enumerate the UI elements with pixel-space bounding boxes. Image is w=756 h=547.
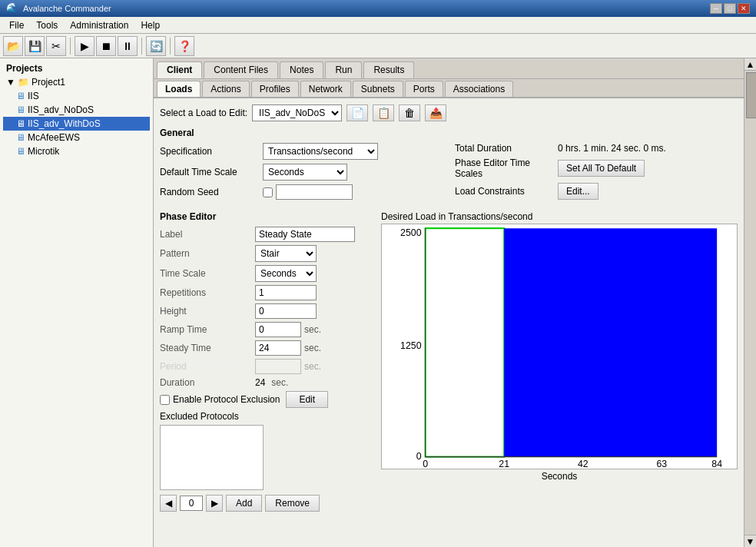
chart-container: 2500 1250 0 bbox=[381, 224, 738, 469]
close-button[interactable]: ✕ bbox=[738, 3, 750, 14]
general-heading: General bbox=[160, 128, 738, 138]
pe-pattern-select[interactable]: Stair bbox=[255, 245, 317, 262]
load-new-btn[interactable]: 📄 bbox=[346, 104, 368, 121]
phase-time-scales-row: Phase Editor Time Scales Set All To Defa… bbox=[455, 157, 738, 179]
pe-duration-value: 24 bbox=[255, 377, 265, 388]
load-constraints-btn[interactable]: Edit... bbox=[558, 183, 598, 200]
pe-steady-row: Steady Time 24 sec. bbox=[160, 340, 375, 356]
loads-panel: Select a Load to Edit: IIS_adv_NoDoS 📄 📋… bbox=[154, 98, 744, 542]
toolbar-help[interactable]: ❓ bbox=[174, 36, 194, 56]
monitor-icon-nodos: 🖥 bbox=[16, 104, 25, 115]
phase-editor-title: Phase Editor bbox=[160, 211, 375, 222]
enable-protocol-checkbox[interactable] bbox=[160, 395, 170, 405]
inner-tab-profiles[interactable]: Profiles bbox=[251, 81, 299, 97]
outer-tab-strip: Client Content Files Notes Run Results bbox=[154, 58, 744, 79]
pe-steady-input[interactable]: 24 bbox=[255, 340, 301, 356]
pe-ramp-label: Ramp Time bbox=[160, 324, 252, 335]
inner-tab-loads[interactable]: Loads bbox=[157, 81, 201, 97]
pe-timescale-select[interactable]: Seconds bbox=[255, 265, 317, 282]
set-all-default-btn[interactable]: Set All To Default bbox=[558, 160, 645, 177]
pe-timescale-row: Time Scale Seconds bbox=[160, 265, 375, 282]
inner-tab-associations[interactable]: Associations bbox=[445, 81, 513, 97]
tree-project1[interactable]: ▼ 📁 Project1 bbox=[3, 75, 150, 89]
bottom-section: Phase Editor Label Steady State Pattern … bbox=[160, 211, 738, 542]
tree-iis-nodos[interactable]: 🖥 IIS_adv_NoDoS bbox=[3, 103, 150, 117]
toolbar-cut[interactable]: ✂ bbox=[46, 36, 66, 56]
spec-row: Specification Transactions/second bbox=[160, 143, 443, 160]
tab-notes[interactable]: Notes bbox=[280, 61, 323, 78]
menu-help[interactable]: Help bbox=[134, 18, 166, 32]
toolbar-stop[interactable]: ⏹ bbox=[96, 36, 116, 56]
default-timescale-select[interactable]: Seconds bbox=[263, 164, 347, 181]
pe-duration-row: Duration 24 sec. bbox=[160, 377, 375, 388]
toolbar: 📂 💾 ✂ ▶ ⏹ ⏸ 🔄 ❓ bbox=[0, 34, 756, 58]
default-timescale-label: Default Time Scale bbox=[160, 167, 260, 177]
inner-tab-strip: Loads Actions Profiles Network Subnets P… bbox=[154, 79, 744, 98]
pe-height-input[interactable]: 0 bbox=[255, 303, 317, 319]
tab-results[interactable]: Results bbox=[363, 61, 414, 78]
pe-repetitions-input[interactable]: 1 bbox=[255, 285, 317, 300]
minimize-button[interactable]: ─ bbox=[710, 3, 722, 14]
random-seed-row: Random Seed bbox=[160, 184, 443, 200]
phase-time-scales-label: Phase Editor Time Scales bbox=[455, 157, 555, 179]
toolbar-save[interactable]: 💾 bbox=[25, 36, 45, 56]
inner-tab-network[interactable]: Network bbox=[300, 81, 351, 97]
general-section: Specification Transactions/second Defaul… bbox=[160, 143, 738, 204]
toolbar-open[interactable]: 📂 bbox=[3, 36, 23, 56]
x-axis-label: Seconds bbox=[381, 471, 738, 482]
tab-client[interactable]: Client bbox=[157, 61, 202, 78]
maximize-button[interactable]: □ bbox=[724, 3, 736, 14]
scroll-thumb[interactable] bbox=[746, 72, 756, 118]
vertical-scrollbar[interactable]: ▲ ▼ bbox=[744, 58, 756, 547]
inner-tab-actions[interactable]: Actions bbox=[202, 81, 249, 97]
toolbar-refresh[interactable]: 🔄 bbox=[146, 36, 166, 56]
inner-tab-subnets[interactable]: Subnets bbox=[353, 81, 403, 97]
tree-mcafee[interactable]: 🖥 McAfeeEWS bbox=[3, 131, 150, 144]
y-mid-label: 1250 bbox=[400, 340, 422, 351]
toolbar-pause[interactable]: ⏸ bbox=[118, 36, 138, 56]
pe-pattern-label: Pattern bbox=[160, 248, 252, 259]
load-delete-btn[interactable]: 🗑 bbox=[399, 104, 420, 121]
general-left: Specification Transactions/second Defaul… bbox=[160, 143, 443, 204]
tree-iis-withdos[interactable]: 🖥 IIS_adv_WithDoS bbox=[3, 117, 150, 131]
content-area: Client Content Files Notes Run Results L… bbox=[154, 58, 744, 547]
scroll-down-btn[interactable]: ▼ bbox=[744, 535, 756, 547]
nav-prev-btn[interactable]: ◀ bbox=[160, 495, 177, 512]
menu-administration[interactable]: Administration bbox=[64, 18, 134, 32]
pe-ramp-input[interactable]: 0 bbox=[255, 322, 301, 337]
sidebar: Projects ▼ 📁 Project1 🖥 IIS 🖥 IIS_adv_No… bbox=[0, 58, 154, 547]
nav-row: ◀ 0 ▶ Add Remove bbox=[160, 495, 375, 512]
menu-file[interactable]: File bbox=[3, 18, 30, 32]
total-duration-label: Total Duration bbox=[455, 143, 555, 154]
tree-iis[interactable]: 🖥 IIS bbox=[3, 89, 150, 103]
pe-label-input[interactable]: Steady State bbox=[255, 227, 355, 242]
random-seed-checkbox[interactable] bbox=[263, 187, 273, 197]
nav-count-input[interactable]: 0 bbox=[180, 496, 203, 511]
spec-select[interactable]: Transactions/second bbox=[263, 143, 378, 160]
phase-box bbox=[426, 228, 505, 456]
pe-period-row: Period sec. bbox=[160, 359, 375, 374]
y-min-label: 0 bbox=[416, 451, 422, 462]
folder-icon: 📁 bbox=[18, 77, 29, 88]
nav-next-btn[interactable]: ▶ bbox=[206, 495, 223, 512]
remove-phase-btn[interactable]: Remove bbox=[265, 495, 320, 512]
toolbar-sep1 bbox=[70, 38, 71, 55]
tree-microtik[interactable]: 🖥 Microtik bbox=[3, 144, 150, 158]
load-copy-btn[interactable]: 📋 bbox=[373, 104, 394, 121]
pe-label-label: Label bbox=[160, 229, 252, 240]
load-selector[interactable]: IIS_adv_NoDoS bbox=[252, 104, 342, 121]
load-export-btn[interactable]: 📤 bbox=[425, 104, 446, 121]
select-load-row: Select a Load to Edit: IIS_adv_NoDoS 📄 📋… bbox=[160, 104, 738, 121]
scroll-up-btn[interactable]: ▲ bbox=[744, 58, 756, 71]
pe-label-row: Label Steady State bbox=[160, 227, 375, 242]
spec-label: Specification bbox=[160, 146, 260, 157]
menu-tools[interactable]: Tools bbox=[30, 18, 64, 32]
inner-tab-ports[interactable]: Ports bbox=[405, 81, 443, 97]
tab-content-files[interactable]: Content Files bbox=[204, 61, 278, 78]
edit-protocol-btn[interactable]: Edit bbox=[286, 391, 328, 408]
random-seed-input[interactable] bbox=[276, 184, 353, 200]
toolbar-run[interactable]: ▶ bbox=[75, 36, 94, 56]
toolbar-sep2 bbox=[141, 38, 142, 55]
tab-run[interactable]: Run bbox=[325, 61, 362, 78]
add-phase-btn[interactable]: Add bbox=[226, 495, 262, 512]
